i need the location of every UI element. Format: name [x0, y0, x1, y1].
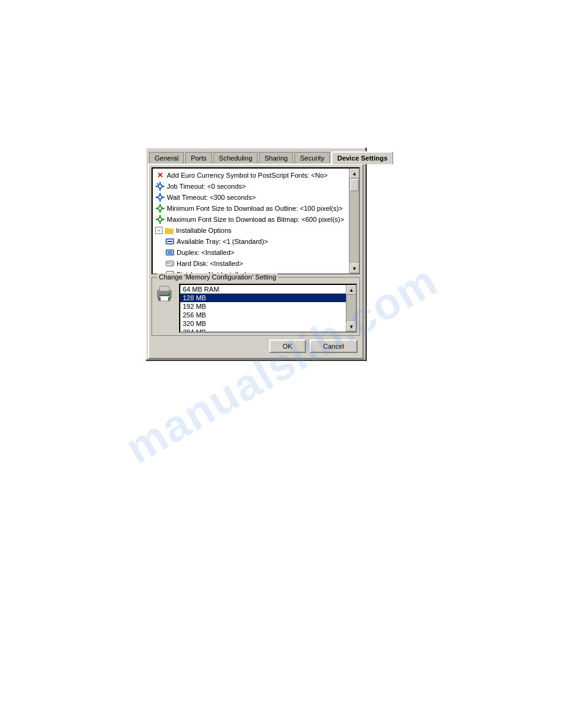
tab-sharing[interactable]: Sharing	[259, 152, 293, 164]
list-item-128mb[interactable]: 128 MB	[180, 294, 346, 302]
svg-rect-9	[156, 197, 158, 198]
gear-icon-3	[155, 203, 165, 213]
tree-item-max-font[interactable]: Maximum Font Size to Download as Bitmap:…	[154, 214, 348, 225]
svg-rect-3	[156, 186, 158, 187]
svg-rect-20	[163, 219, 164, 220]
change-group-label: Change 'Memory Configuration' Setting	[157, 273, 278, 281]
cancel-button[interactable]: Cancel	[310, 339, 358, 353]
svg-rect-2	[159, 189, 161, 191]
gear-icon-4	[155, 214, 165, 224]
svg-rect-30	[167, 262, 170, 263]
tree-item-available-tray-label: Available Tray: <1 (Standard)>	[177, 238, 268, 245]
tree-item-hard-disk[interactable]: Hard Disk: <Installed>	[154, 258, 348, 269]
svg-rect-19	[156, 219, 158, 220]
tab-scheduling[interactable]: Scheduling	[213, 152, 258, 164]
svg-rect-45	[168, 297, 170, 301]
tab-ports[interactable]: Ports	[185, 152, 212, 164]
printer-icon	[155, 284, 174, 303]
tree-item-installable-options[interactable]: − Installable Options	[154, 225, 348, 236]
tab-bar: General Ports Scheduling Sharing Securit…	[147, 148, 365, 164]
tree-item-min-font[interactable]: Minimum Font Size to Download as Outline…	[154, 203, 348, 214]
folder-icon	[164, 226, 174, 235]
tab-content-device-settings: ✕ Add Euro Currency Symbol to PostScript…	[148, 164, 364, 359]
svg-rect-31	[167, 264, 170, 264]
svg-rect-5	[157, 183, 159, 185]
svg-rect-7	[159, 193, 161, 195]
listbox-content: 64 MB RAM 128 MB 192 MB 256 MB 320 MB 38…	[180, 285, 346, 332]
tray-icon	[165, 237, 175, 246]
svg-rect-18	[159, 222, 161, 224]
svg-rect-10	[163, 197, 164, 198]
svg-rect-43	[159, 295, 169, 296]
tree-item-hard-disk-label: Hard Disk: <Installed>	[177, 260, 243, 267]
tree-item-euro-label: Add Euro Currency Symbol to PostScript F…	[167, 172, 327, 179]
buttons-row: OK Cancel	[151, 336, 360, 355]
duplex-icon	[165, 248, 175, 257]
tree-item-installable-label: Installable Options	[176, 227, 232, 234]
list-item-384mb[interactable]: 384 MB	[180, 328, 346, 332]
change-setting-group: Change 'Memory Configuration' Setting	[151, 277, 360, 336]
tree-item-duplex[interactable]: Duplex: <Installed>	[154, 247, 348, 258]
svg-point-6	[158, 195, 162, 199]
tree-item-job-timeout[interactable]: Job Timeout: <0 seconds>	[154, 181, 348, 192]
tree-item-wait-timeout[interactable]: Wait Timeout: <300 seconds>	[154, 192, 348, 203]
svg-rect-15	[163, 208, 164, 209]
svg-rect-44	[158, 297, 161, 301]
list-item-64mb[interactable]: 64 MB RAM	[180, 285, 346, 294]
svg-point-16	[158, 218, 162, 221]
tab-security[interactable]: Security	[294, 152, 330, 164]
svg-rect-24	[167, 241, 172, 242]
svg-point-11	[158, 207, 162, 210]
tab-general[interactable]: General	[149, 152, 184, 164]
listbox-scroll-up-btn[interactable]: ▲	[347, 285, 356, 295]
list-item-192mb[interactable]: 192 MB	[180, 302, 346, 311]
svg-rect-13	[159, 211, 161, 213]
scroll-down-btn[interactable]: ▼	[350, 264, 359, 273]
gear-icon-2	[155, 192, 165, 202]
listbox-scroll-track[interactable]	[347, 295, 356, 322]
scroll-up-btn[interactable]: ▲	[350, 169, 359, 178]
x-red-icon: ✕	[155, 170, 165, 180]
svg-rect-41	[159, 296, 169, 301]
printer-properties-dialog: General Ports Scheduling Sharing Securit…	[145, 147, 366, 360]
svg-rect-40	[159, 286, 169, 291]
listbox-scrollbar[interactable]: ▲ ▼	[346, 285, 356, 332]
tree-item-job-timeout-label: Job Timeout: <0 seconds>	[167, 183, 246, 190]
svg-rect-25	[166, 250, 174, 255]
svg-rect-1	[159, 182, 161, 184]
svg-rect-17	[159, 215, 161, 217]
svg-rect-12	[159, 204, 161, 206]
svg-point-0	[158, 184, 162, 188]
svg-rect-8	[159, 200, 161, 202]
tree-item-max-font-label: Maximum Font Size to Download as Bitmap:…	[167, 216, 344, 223]
tree-content: ✕ Add Euro Currency Symbol to PostScript…	[153, 169, 349, 273]
list-item-256mb[interactable]: 256 MB	[180, 311, 346, 319]
tree-item-finisher[interactable]: Finisher: <Not Installed>	[154, 269, 348, 273]
list-item-320mb[interactable]: 320 MB	[180, 319, 346, 328]
gear-icon-1	[155, 181, 165, 191]
svg-rect-4	[163, 186, 164, 187]
tree-item-wait-timeout-label: Wait Timeout: <300 seconds>	[167, 194, 256, 201]
collapse-icon[interactable]: −	[155, 227, 163, 234]
listbox-scroll-down-btn[interactable]: ▼	[347, 322, 356, 332]
tree-item-available-tray[interactable]: Available Tray: <1 (Standard)>	[154, 236, 348, 247]
svg-rect-27	[167, 253, 172, 254]
svg-rect-22	[165, 228, 169, 230]
tree-item-euro[interactable]: ✕ Add Euro Currency Symbol to PostScript…	[154, 170, 348, 181]
tab-device-settings[interactable]: Device Settings	[331, 151, 393, 164]
tree-item-duplex-label: Duplex: <Installed>	[177, 249, 234, 256]
ok-button[interactable]: OK	[269, 339, 306, 353]
scroll-thumb[interactable]	[350, 179, 359, 191]
hard-disk-icon	[165, 259, 175, 268]
svg-point-29	[170, 262, 173, 265]
device-settings-tree[interactable]: ✕ Add Euro Currency Symbol to PostScript…	[151, 167, 360, 275]
dialog-wrapper: General Ports Scheduling Sharing Securit…	[145, 147, 366, 360]
svg-rect-26	[167, 251, 172, 252]
change-setting-inner: 64 MB RAM 128 MB 192 MB 256 MB 320 MB 38…	[155, 284, 357, 333]
scroll-track[interactable]	[350, 178, 359, 264]
svg-rect-14	[156, 208, 158, 209]
tree-item-min-font-label: Minimum Font Size to Download as Outline…	[167, 205, 343, 212]
memory-listbox[interactable]: 64 MB RAM 128 MB 192 MB 256 MB 320 MB 38…	[179, 284, 357, 333]
tree-scrollbar[interactable]: ▲ ▼	[349, 169, 359, 273]
